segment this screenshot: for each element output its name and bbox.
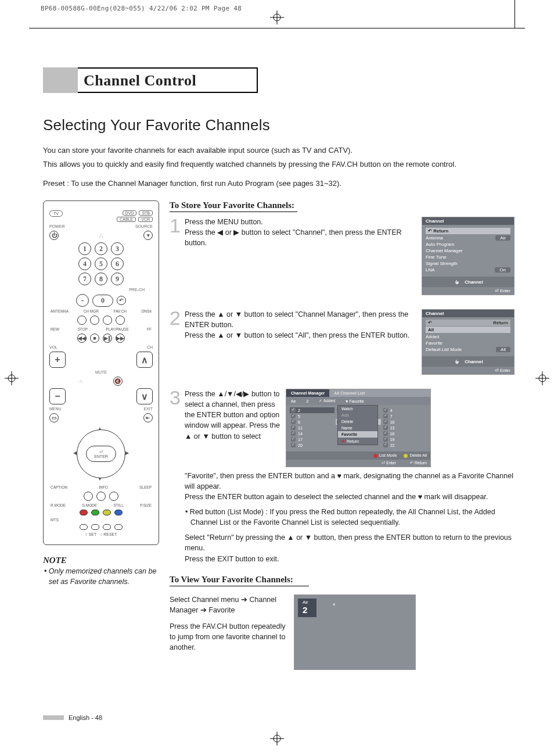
- registration-mark-left: [5, 371, 19, 385]
- step-1-text: Press the MENU button. Press the ◀ or ▶ …: [185, 217, 419, 295]
- crop-hline: [29, 28, 525, 28]
- store-heading: To Store Your Favorite Channels:: [170, 200, 297, 212]
- intro-text: You can store your favorite channels for…: [43, 145, 515, 170]
- view-body-1: Select Channel menu ➔ Channel Manager ➔ …: [170, 594, 292, 615]
- step-number-3: 3: [170, 389, 182, 467]
- hand-icon: [453, 358, 461, 365]
- heart-icon: ♥: [333, 602, 336, 607]
- preset-line: Preset : To use the Channel Manager func…: [43, 179, 515, 188]
- registration-mark-bottom: [270, 732, 284, 746]
- registration-mark-right: [535, 371, 549, 385]
- step-3-bullet: • Red button (List Mode) : If you press …: [190, 507, 515, 528]
- note-block: NOTE • Only memorized channels can be se…: [43, 556, 159, 587]
- step-3-text-b: "Favorite", then press the ENTER button …: [185, 471, 515, 502]
- osd-screenshot-channel-manager-menu: Channel ↶ Return All Added Favorite Defa…: [422, 309, 515, 375]
- chapter-title: Channel Control: [78, 67, 258, 93]
- step-3-text-c: Select "Return" by pressing the ▲ or ▼ b…: [185, 532, 515, 564]
- osd-screenshot-all-channel-list: Channel ManagerAll Channel List Air2✓ Ad…: [286, 389, 431, 467]
- view-heading: To View Your Favorite Channels:: [170, 575, 309, 586]
- crop-vline: [515, 0, 515, 28]
- step-number-1: 1: [170, 217, 182, 295]
- print-header: BP68-00588G-00Eng(028~055) 4/22/06 2:02 …: [41, 5, 242, 12]
- osd-screenshot-favorite-view: Air 2 ♥: [294, 594, 416, 670]
- remote-control-diagram: TV DVDSTB CABLEVCR POWERSOURCE ⏻∴▾ 123 4…: [43, 200, 159, 545]
- power-icon: ⏻: [49, 231, 59, 240]
- popup-menu: Watch Add Delete Name Favorite ◉Return: [337, 405, 378, 445]
- chapter-title-bar: Channel Control: [43, 67, 515, 93]
- registration-mark-top: [270, 10, 284, 24]
- view-body-2: Press the FAV.CH button repeatedly to ju…: [170, 621, 292, 653]
- step-number-2: 2: [170, 309, 182, 375]
- note-heading: NOTE: [43, 556, 159, 565]
- note-body: • Only memorized channels can be set as …: [43, 567, 159, 587]
- dpad: ▲ ▼ ◀ ▶ ⏎ENTER: [72, 425, 130, 483]
- osd-screenshot-channel-menu: Channel ↶ Return AntennaAir Auto Program…: [422, 217, 515, 295]
- step-2-text: Press the ▲ or ▼ button to select "Chann…: [185, 309, 419, 375]
- hand-icon: [453, 278, 461, 285]
- section-title: Selecting Your Favorite Channels: [43, 116, 515, 134]
- step-3-text-a: Press the ▲/▼/◀/▶ button to select a cha…: [185, 389, 283, 467]
- page-footer: English - 48: [43, 714, 102, 721]
